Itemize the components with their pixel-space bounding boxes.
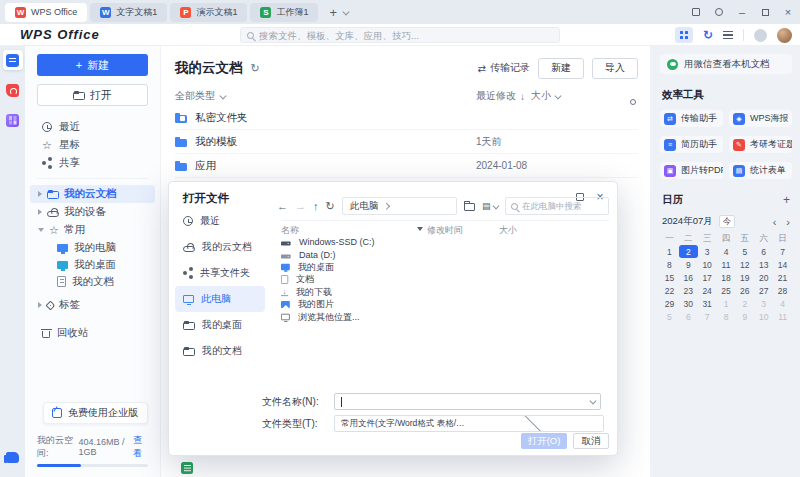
- dialog-nav-recent[interactable]: 最近: [175, 208, 265, 234]
- file-row-documents[interactable]: 文档: [281, 274, 609, 287]
- sidebar-item-common[interactable]: ☆ 常用: [30, 221, 155, 239]
- caret-down-icon[interactable]: [38, 228, 44, 232]
- dialog-nav-shared-folder[interactable]: 共享文件夹: [175, 260, 265, 286]
- storage-view-link[interactable]: 查看: [133, 434, 148, 460]
- sidebar-item-my-desktop[interactable]: 我的桌面: [25, 256, 160, 273]
- calendar-day[interactable]: 29: [660, 297, 679, 310]
- import-button[interactable]: 导入: [592, 58, 638, 79]
- file-row-browse-other[interactable]: 浏览其他位置...: [281, 311, 609, 324]
- calendar-day[interactable]: 6: [679, 310, 698, 323]
- tool-image-to-pdf[interactable]: ▣图片转PDF: [660, 162, 723, 179]
- new-document-button[interactable]: +新建: [37, 54, 148, 76]
- file-row-data-drive[interactable]: Data (D:): [281, 249, 609, 262]
- calendar-day[interactable]: 27: [754, 284, 773, 297]
- global-search[interactable]: [240, 27, 560, 43]
- calendar-next-icon[interactable]: ›: [786, 216, 790, 228]
- sidebar-item-my-documents[interactable]: 我的文档: [25, 273, 160, 290]
- open-file-button[interactable]: 打开: [37, 84, 148, 106]
- layout-mode-icon[interactable]: [690, 6, 702, 18]
- new-folder-icon[interactable]: [464, 203, 475, 211]
- sidebar-item-starred[interactable]: ☆星标: [25, 136, 160, 154]
- forward-icon[interactable]: →: [295, 200, 306, 212]
- refresh-icon[interactable]: ↻: [251, 62, 260, 75]
- calendar-day[interactable]: 22: [660, 284, 679, 297]
- file-row-pictures[interactable]: 我的图片: [281, 299, 609, 312]
- calendar-day[interactable]: 26: [735, 284, 754, 297]
- calendar-day[interactable]: 10: [698, 258, 717, 271]
- sidebar-item-shared[interactable]: 共享: [25, 154, 160, 172]
- calendar-prev-icon[interactable]: ‹: [773, 216, 777, 228]
- calendar-day[interactable]: 23: [679, 284, 698, 297]
- file-row-windows-ssd[interactable]: Windows-SSD (C:): [281, 236, 609, 249]
- calendar-day[interactable]: 9: [679, 258, 698, 271]
- rail-apps-tab[interactable]: [3, 110, 23, 130]
- calendar-day[interactable]: 12: [735, 258, 754, 271]
- dialog-nav-my-desktop[interactable]: 我的桌面: [175, 312, 265, 338]
- apps-grid-icon[interactable]: [675, 27, 693, 43]
- skin-icon[interactable]: [713, 6, 725, 18]
- new-tab-button[interactable]: +: [325, 4, 341, 20]
- calendar-day[interactable]: 5: [735, 245, 754, 258]
- calendar-day[interactable]: 8: [660, 258, 679, 271]
- caret-right-icon[interactable]: [38, 191, 42, 197]
- sort-size-header[interactable]: 大小: [531, 89, 560, 103]
- calendar-day[interactable]: 30: [679, 297, 698, 310]
- filename-field[interactable]: [334, 393, 601, 410]
- calendar-day[interactable]: 25: [717, 284, 736, 297]
- calendar-day[interactable]: 18: [717, 271, 736, 284]
- user-avatar[interactable]: [777, 28, 792, 43]
- tab-presentation[interactable]: P 演示文稿1: [170, 3, 247, 22]
- calendar-day[interactable]: 31: [698, 297, 717, 310]
- caret-right-icon[interactable]: [38, 302, 42, 308]
- transfer-history-button[interactable]: ⇄传输记录: [478, 61, 530, 75]
- enterprise-promo-button[interactable]: 免费使用企业版: [43, 402, 148, 424]
- breadcrumb[interactable]: 此电脑: [342, 197, 457, 215]
- sidebar-item-my-computer[interactable]: 我的电脑: [25, 239, 160, 256]
- file-row-private-folder[interactable]: 私密文件夹: [175, 106, 638, 130]
- partially-visible-row[interactable]: [181, 462, 193, 474]
- calendar-day[interactable]: 24: [698, 284, 717, 297]
- file-row-downloads[interactable]: ↓我的下载: [281, 286, 609, 299]
- back-icon[interactable]: ←: [277, 200, 288, 212]
- rail-documents-tab[interactable]: [3, 50, 23, 70]
- minimize-button[interactable]: –: [736, 6, 748, 18]
- tab-writer-document[interactable]: W 文字文稿1: [90, 3, 167, 22]
- tool-transfer-assistant[interactable]: ⇄传输助手: [660, 110, 723, 127]
- calendar-day[interactable]: 10: [754, 310, 773, 323]
- new-button[interactable]: 新建: [538, 58, 584, 79]
- calendar-day[interactable]: 28: [773, 284, 792, 297]
- calendar-day[interactable]: 8: [717, 310, 736, 323]
- refresh-icon[interactable]: ↻: [326, 200, 335, 213]
- theme-toggle-icon[interactable]: [754, 29, 767, 42]
- file-row-my-templates[interactable]: 我的模板 1天前: [175, 130, 638, 154]
- calendar-day[interactable]: 21: [773, 271, 792, 284]
- sidebar-item-my-devices[interactable]: 我的设备: [30, 203, 155, 221]
- calendar-day[interactable]: 2: [735, 297, 754, 310]
- calendar-day[interactable]: 6: [754, 245, 773, 258]
- calendar-day[interactable]: 4: [717, 245, 736, 258]
- rail-pdf-tab[interactable]: [3, 80, 23, 100]
- calendar-day[interactable]: 16: [679, 271, 698, 284]
- dialog-nav-cloud-docs[interactable]: 我的云文档: [175, 234, 265, 260]
- sidebar-item-tags[interactable]: 标签: [30, 296, 155, 314]
- calendar-day[interactable]: 9: [735, 310, 754, 323]
- calendar-day[interactable]: 4: [773, 297, 792, 310]
- caret-right-icon[interactable]: [38, 209, 42, 215]
- calendar-today-button[interactable]: 今: [719, 215, 736, 228]
- calendar-day[interactable]: 15: [660, 271, 679, 284]
- calendar-day[interactable]: 17: [698, 271, 717, 284]
- sidebar-item-trash[interactable]: 回收站: [25, 324, 160, 342]
- calendar-day[interactable]: 19: [735, 271, 754, 284]
- calendar-day[interactable]: 7: [773, 245, 792, 258]
- thumbs-up-icon[interactable]: [6, 452, 19, 463]
- calendar-day[interactable]: 7: [698, 310, 717, 323]
- calendar-day[interactable]: 1: [660, 245, 679, 258]
- sidebar-item-my-cloud-docs[interactable]: 我的云文档: [30, 185, 155, 203]
- calendar-add-button[interactable]: +: [783, 193, 790, 207]
- calendar-day[interactable]: 14: [773, 258, 792, 271]
- dialog-search-input[interactable]: [522, 201, 603, 211]
- sync-icon[interactable]: ↻: [703, 28, 713, 42]
- global-search-input[interactable]: [259, 30, 553, 41]
- cancel-button[interactable]: 取消: [573, 433, 609, 449]
- calendar-day[interactable]: 3: [698, 245, 717, 258]
